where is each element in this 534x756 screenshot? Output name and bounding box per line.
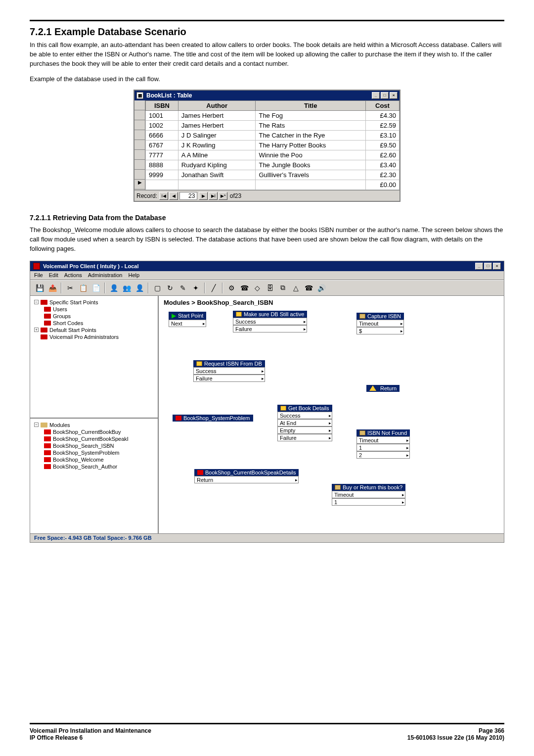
node-output[interactable]: Failure: [277, 434, 332, 441]
tree-node[interactable]: BookShop_CurrentBookSpeakI: [32, 435, 156, 442]
collapse-icon[interactable]: −: [34, 423, 39, 427]
node-output[interactable]: Return: [194, 476, 299, 483]
action-tel-icon[interactable]: ☎: [303, 283, 314, 293]
nav-next-button[interactable]: ▶: [199, 192, 208, 200]
node-output[interactable]: Timeout: [356, 436, 410, 444]
node-return[interactable]: Return: [366, 385, 400, 392]
node-output[interactable]: At End: [277, 419, 332, 426]
col-title[interactable]: Title: [256, 101, 365, 111]
node-output[interactable]: Timeout: [356, 320, 404, 327]
tree-node[interactable]: Users: [32, 306, 156, 313]
close-button[interactable]: ×: [390, 92, 398, 99]
close-button[interactable]: ×: [493, 263, 501, 270]
module-icon: [44, 450, 51, 455]
record-navigator: Record: I◀ ◀ 23 ▶ ▶I ▶* of 23: [134, 190, 400, 201]
group-icon[interactable]: 👤: [134, 283, 145, 293]
action-loop-icon[interactable]: ↻: [165, 283, 176, 293]
node-output[interactable]: Failure: [193, 375, 265, 382]
node-output[interactable]: 2: [356, 451, 410, 459]
table-row: 1001James HerbertThe Fog£4.30: [146, 111, 400, 121]
action-speak-icon[interactable]: 🔊: [316, 283, 327, 293]
flow-canvas[interactable]: Modules > BookShop_Search_ISBN ▶Start Po…: [159, 296, 504, 533]
maximize-button[interactable]: □: [484, 263, 492, 270]
table-row: 6666J D SalingerThe Catcher in the Rye£3…: [146, 131, 400, 141]
menu-edit[interactable]: Edit: [49, 272, 58, 279]
node-get-book-details[interactable]: Get Book Details Success At End Empty Fa…: [277, 405, 332, 441]
collapse-icon[interactable]: −: [34, 300, 39, 304]
tree-node[interactable]: +Default Start Points: [32, 327, 156, 333]
db-open-icon: [236, 312, 242, 317]
node-output[interactable]: Success: [277, 412, 332, 419]
tree-node[interactable]: Groups: [32, 313, 156, 320]
node-goto-speakdetails[interactable]: BookShop_CurrentBookSpeakDetails Return: [194, 469, 299, 483]
nav-new-button[interactable]: ▶*: [219, 192, 227, 200]
users-icon[interactable]: 👥: [121, 283, 132, 293]
node-output[interactable]: Empty: [277, 426, 332, 434]
node-output[interactable]: Timeout: [332, 491, 405, 498]
nav-prev-button[interactable]: ◀: [169, 192, 178, 200]
node-output[interactable]: 1: [356, 444, 410, 451]
user-icon[interactable]: 👤: [108, 283, 119, 293]
node-isbn-not-found[interactable]: ISBN Not Found Timeout 1 2: [356, 429, 410, 459]
nav-first-button[interactable]: I◀: [159, 192, 168, 200]
node-buy-or-return[interactable]: Buy or Return this book? Timeout 1: [332, 484, 405, 506]
menu-administration[interactable]: Administration: [88, 272, 123, 279]
tree-node[interactable]: BookShop_Welcome: [32, 456, 156, 463]
nav-last-button[interactable]: ▶I: [209, 192, 218, 200]
action-edit-icon[interactable]: ✎: [178, 283, 188, 293]
node-output[interactable]: Success: [193, 367, 265, 375]
save-icon[interactable]: 💾: [34, 283, 45, 293]
menu-icon: [359, 430, 365, 435]
table-icon: ▦: [136, 92, 143, 99]
col-author[interactable]: Author: [178, 101, 256, 111]
action-config-icon[interactable]: ⚙: [226, 283, 237, 293]
module-icon: [44, 457, 51, 462]
copy-icon[interactable]: 📋: [78, 283, 89, 293]
node-request-isbn[interactable]: Request ISBN From DB Success Failure: [193, 360, 265, 382]
table-row: 6767J K RowlingThe Harry Potter Books£9.…: [146, 141, 400, 150]
tree-node[interactable]: BookShop_SystemProblem: [32, 449, 156, 456]
footer-issue: 15-601063 Issue 22e (16 May 2010): [407, 734, 504, 741]
menu-file[interactable]: File: [34, 272, 43, 279]
action-mail-icon[interactable]: ☎: [239, 283, 250, 293]
action-star-icon[interactable]: ✦: [190, 283, 201, 293]
connector-icon[interactable]: ╱: [208, 283, 219, 293]
page-footer: Voicemail Pro Installation and Maintenan…: [30, 718, 504, 741]
folder-icon: [44, 307, 51, 312]
action-misc-icon[interactable]: △: [290, 283, 301, 293]
db-title: BookList : Table: [146, 92, 192, 99]
tree-node[interactable]: Voicemail Pro Administrators: [32, 333, 156, 340]
node-output[interactable]: Success: [233, 318, 307, 325]
node-goto-systemproblem[interactable]: BookShop_SystemProblem: [173, 415, 253, 422]
action-cond-icon[interactable]: ◇: [252, 283, 263, 293]
tree-node[interactable]: BookShop_Search_ISBN: [32, 442, 156, 449]
col-cost[interactable]: Cost: [365, 101, 399, 111]
tree-node[interactable]: BookShop_CurrentBookBuy: [32, 428, 156, 435]
tree-node[interactable]: Short Codes: [32, 320, 156, 327]
cut-icon[interactable]: ✂: [65, 283, 76, 293]
minimize-button[interactable]: _: [372, 92, 380, 99]
action-queue-icon[interactable]: ⧉: [277, 283, 288, 293]
menu-actions[interactable]: Actions: [64, 272, 82, 279]
maximize-button[interactable]: □: [381, 92, 389, 99]
paste-icon[interactable]: 📄: [90, 283, 101, 293]
export-icon[interactable]: 📤: [47, 283, 58, 293]
node-output[interactable]: $: [356, 327, 404, 334]
expand-icon[interactable]: +: [34, 328, 39, 332]
minimize-button[interactable]: _: [475, 263, 483, 270]
node-start-point[interactable]: ▶Start Point Next: [169, 312, 206, 327]
tree-node[interactable]: −Specific Start Points: [32, 299, 156, 306]
action-db-icon[interactable]: 🗄: [265, 283, 275, 293]
node-output[interactable]: 1: [332, 498, 405, 506]
tree-node[interactable]: BookShop_Search_Author: [32, 463, 156, 470]
col-isbn[interactable]: ISBN: [146, 101, 178, 111]
action-basic-icon[interactable]: ▢: [152, 283, 163, 293]
node-output[interactable]: Failure: [233, 325, 307, 332]
node-capture-isbn[interactable]: Capture ISBN Timeout $: [356, 313, 404, 334]
menu-icon: [359, 314, 365, 319]
tree-node[interactable]: −Modules: [32, 422, 156, 428]
node-output[interactable]: Next: [169, 320, 206, 327]
nav-current-input[interactable]: 23: [179, 192, 197, 200]
node-db-open[interactable]: Make sure DB Still active Success Failur…: [233, 311, 307, 332]
menu-help[interactable]: Help: [128, 272, 139, 279]
